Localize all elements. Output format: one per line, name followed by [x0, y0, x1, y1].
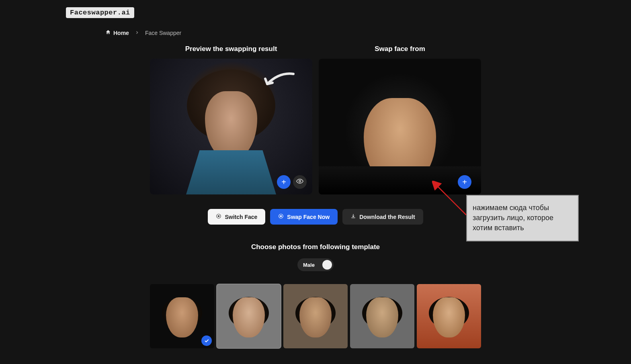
template-thumb-3[interactable]: [283, 284, 348, 348]
svg-point-0: [299, 180, 301, 182]
switch-face-label: Switch Face: [225, 214, 257, 220]
download-result-label: Download the Result: [359, 214, 415, 220]
svg-point-2: [218, 215, 220, 217]
swap-face-now-label: Swap Face Now: [287, 214, 330, 220]
home-icon: [105, 29, 111, 36]
app-logo[interactable]: Faceswapper.ai: [66, 7, 134, 18]
add-source-button[interactable]: +: [458, 175, 471, 189]
source-image: [319, 59, 481, 194]
template-title: Choose photos from following template: [0, 243, 631, 251]
template-thumb-2[interactable]: [217, 284, 281, 348]
target-icon: [278, 213, 284, 220]
source-panel: +: [319, 59, 481, 194]
breadcrumb-home[interactable]: Home: [105, 29, 129, 36]
plus-icon: +: [462, 178, 467, 186]
template-thumb-1[interactable]: [150, 284, 214, 348]
breadcrumb-current: Face Swapper: [145, 30, 181, 36]
source-title: Swap face from: [319, 45, 481, 53]
download-result-button[interactable]: Download the Result: [342, 209, 423, 225]
selected-check-icon: [201, 335, 212, 346]
eye-icon: [296, 178, 303, 186]
annotation-callout: нажимаем сюда чтобы загрузить лицо, кото…: [466, 195, 579, 241]
svg-point-4: [281, 215, 282, 217]
swap-direction-arrow-icon: [261, 70, 297, 90]
plus-icon: +: [281, 178, 286, 186]
preview-title: Preview the swapping result: [150, 45, 312, 53]
breadcrumb-home-label: Home: [113, 30, 129, 36]
toggle-knob: [322, 260, 332, 270]
chevron-right-icon: [135, 30, 139, 36]
template-thumb-4[interactable]: [350, 284, 414, 348]
download-icon: [350, 213, 356, 220]
breadcrumb: Home Face Swapper: [0, 18, 631, 36]
swap-face-now-button[interactable]: Swap Face Now: [270, 209, 338, 225]
switch-face-button[interactable]: Switch Face: [208, 209, 265, 225]
view-preview-button[interactable]: [293, 175, 307, 189]
gender-toggle-label: Male: [303, 262, 315, 268]
add-preview-button[interactable]: +: [277, 175, 291, 189]
gender-toggle[interactable]: Male: [297, 258, 334, 271]
template-thumb-5[interactable]: [417, 284, 481, 348]
target-icon: [216, 213, 221, 220]
annotation-text: нажимаем сюда чтобы загрузить лицо, кото…: [473, 204, 553, 232]
